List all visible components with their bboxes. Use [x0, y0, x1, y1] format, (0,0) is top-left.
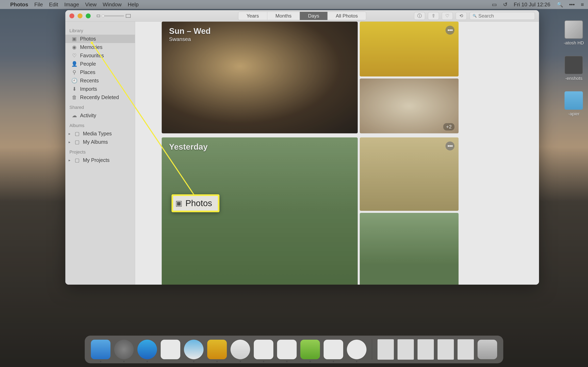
- dock-document[interactable]: [398, 339, 414, 360]
- dock-slack[interactable]: [277, 340, 297, 359]
- close-button[interactable]: [69, 13, 74, 18]
- sidebar: Library ▣ Photos ◉ Memories ♡ Favourites…: [65, 22, 135, 285]
- menu-file[interactable]: File: [34, 1, 43, 8]
- sidebar-label: My Albums: [83, 139, 108, 145]
- search-icon: 🔍: [473, 14, 477, 18]
- sidebar-item-recently-deleted[interactable]: 🗑 Recently Deleted: [65, 93, 135, 101]
- more-photos-badge[interactable]: +2: [443, 123, 454, 131]
- favorite-button[interactable]: ♡: [442, 12, 453, 20]
- segment-all-photos[interactable]: All Photos: [328, 12, 366, 20]
- menu-image[interactable]: Image: [64, 1, 79, 8]
- photo-thumbnail[interactable]: [360, 213, 458, 285]
- desktop-icons: -atosh HD -enshots -apier: [564, 20, 584, 117]
- menu-edit[interactable]: Edit: [49, 1, 58, 8]
- clock-icon: 🕘: [71, 78, 77, 83]
- chevron-right-icon: ▸: [69, 158, 71, 162]
- day-main-photo[interactable]: Sun – Wed Swansea: [162, 22, 358, 133]
- menubar-app-name[interactable]: Photos: [10, 1, 28, 8]
- sidebar-item-media-types[interactable]: ▸ ▢ Media Types: [65, 129, 135, 138]
- dock-textedit[interactable]: [324, 340, 343, 359]
- menubar: Photos File Edit Image View Window Help …: [0, 0, 588, 9]
- notification-center-icon[interactable]: ≡: [581, 1, 584, 8]
- dock-mail[interactable]: [184, 340, 204, 359]
- dock-document[interactable]: [378, 339, 394, 360]
- search-box[interactable]: 🔍: [470, 12, 535, 20]
- dock-launchpad[interactable]: [114, 340, 134, 359]
- sidebar-section-library: Library: [65, 27, 135, 35]
- minimize-button[interactable]: [78, 13, 82, 18]
- share-button[interactable]: ⇧: [428, 12, 439, 20]
- sidebar-item-activity[interactable]: ☁ Activity: [65, 111, 135, 120]
- menubar-datetime[interactable]: Fri 10 Jul 12:26: [514, 1, 550, 8]
- rotate-button[interactable]: ⟲: [456, 12, 467, 20]
- dock-app-green[interactable]: [300, 340, 320, 359]
- person-icon: 👤: [71, 62, 77, 67]
- sidebar-label: Memories: [80, 44, 103, 50]
- desktop-icon-hd[interactable]: -atosh HD: [564, 20, 584, 46]
- sidebar-label: Recently Deleted: [80, 94, 119, 100]
- sidebar-label: Places: [80, 69, 95, 75]
- memories-icon: ◉: [71, 45, 77, 50]
- thumbnail-size-slider[interactable]: [97, 14, 131, 18]
- heart-icon: ♡: [71, 53, 77, 58]
- siri-icon[interactable]: •••: [569, 1, 575, 8]
- dock-separator: [372, 339, 372, 360]
- sidebar-section-albums: Albums: [65, 122, 135, 129]
- photo-thumbnail[interactable]: •••: [360, 137, 458, 211]
- dock-iawriter[interactable]: [254, 340, 273, 359]
- sidebar-item-people[interactable]: 👤 People: [65, 60, 135, 68]
- callout-label: Photos: [185, 198, 212, 208]
- dock-app[interactable]: [207, 340, 227, 359]
- sidebar-item-places[interactable]: ⚲ Places: [65, 68, 135, 76]
- dock-appstore[interactable]: [138, 340, 157, 359]
- chevron-right-icon: ▸: [69, 140, 71, 144]
- sidebar-label: Activity: [80, 113, 96, 118]
- day-title: Sun – Wed: [169, 26, 211, 36]
- sidebar-label: Media Types: [83, 131, 112, 137]
- sidebar-item-memories[interactable]: ◉ Memories: [65, 43, 135, 51]
- segment-months[interactable]: Months: [267, 12, 300, 20]
- desktop-label: -enshots: [565, 76, 582, 81]
- sidebar-item-imports[interactable]: ⬇ Imports: [65, 85, 135, 93]
- titlebar: Years Months Days All Photos ⓘ ⇧ ♡ ⟲ 🔍: [65, 10, 539, 22]
- chevron-right-icon: ▸: [69, 132, 71, 136]
- desktop-icon-screenshots[interactable]: -enshots: [564, 56, 583, 81]
- dock-document[interactable]: [458, 339, 474, 360]
- desktop-icon-folder[interactable]: -apier: [564, 91, 583, 117]
- more-options-button[interactable]: •••: [445, 142, 454, 150]
- import-icon: ⬇: [71, 87, 77, 92]
- dock-photos[interactable]: [347, 340, 366, 359]
- photo-thumbnail[interactable]: +2: [360, 78, 458, 133]
- desktop-label: -atosh HD: [564, 40, 584, 46]
- sidebar-label: Imports: [80, 86, 97, 92]
- sidebar-item-my-albums[interactable]: ▸ ▢ My Albums: [65, 138, 135, 146]
- timemachine-icon[interactable]: ↺: [503, 1, 508, 8]
- spotlight-icon[interactable]: 🔍: [557, 1, 563, 8]
- album-icon: ▢: [74, 140, 80, 145]
- info-button[interactable]: ⓘ: [414, 12, 425, 20]
- sidebar-section-shared: Shared: [65, 104, 135, 111]
- segment-years[interactable]: Years: [238, 12, 268, 20]
- dock-document[interactable]: [417, 339, 434, 360]
- dock-safari[interactable]: [231, 340, 250, 359]
- display-icon[interactable]: ▭: [492, 1, 497, 8]
- dock-document[interactable]: [438, 339, 454, 360]
- sidebar-label: Recents: [80, 78, 99, 83]
- places-icon: ⚲: [71, 70, 77, 75]
- sidebar-item-my-projects[interactable]: ▸ ▢ My Projects: [65, 156, 135, 164]
- dock-calendar[interactable]: [161, 340, 180, 359]
- menu-help[interactable]: Help: [128, 1, 138, 8]
- dock-finder[interactable]: [91, 340, 111, 359]
- dock-trash[interactable]: [477, 340, 497, 359]
- menu-window[interactable]: Window: [103, 1, 121, 8]
- segment-days[interactable]: Days: [300, 12, 328, 20]
- photo-thumbnail[interactable]: •••: [360, 22, 458, 76]
- sidebar-item-photos[interactable]: ▣ Photos: [65, 35, 135, 43]
- sidebar-label: Photos: [80, 36, 96, 42]
- sidebar-item-recents[interactable]: 🕘 Recents: [65, 76, 135, 85]
- menu-view[interactable]: View: [85, 1, 96, 8]
- sidebar-item-favourites[interactable]: ♡ Favourites: [65, 51, 135, 60]
- more-options-button[interactable]: •••: [445, 26, 454, 35]
- maximize-button[interactable]: [86, 13, 91, 18]
- search-input[interactable]: [478, 13, 532, 19]
